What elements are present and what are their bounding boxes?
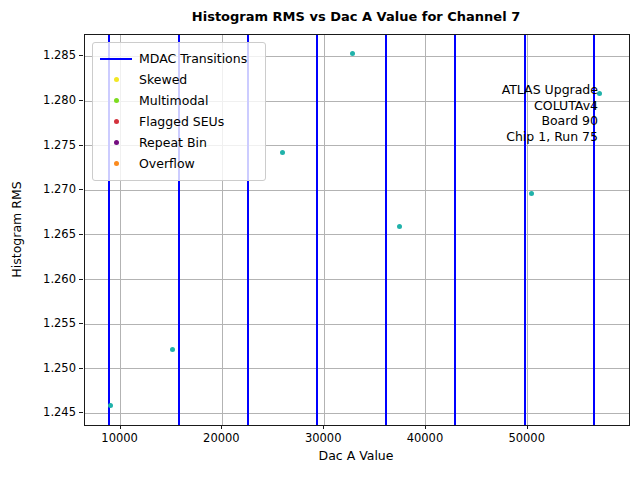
scatter-point — [350, 51, 355, 56]
legend-dot-marker-icon — [114, 98, 119, 103]
legend-marker-cell — [93, 77, 139, 82]
annotation-line-3: Board 90 — [502, 113, 598, 129]
y-tick-label: 1.255 — [36, 316, 76, 330]
mdac-transition-line — [385, 35, 387, 425]
y-tick-label: 1.265 — [36, 227, 76, 241]
y-tick-label: 1.285 — [36, 48, 76, 62]
mdac-transition-line — [316, 35, 318, 425]
scatter-point — [397, 224, 402, 229]
legend-item-label: Multimodal — [139, 93, 208, 108]
y-tick-label: 1.250 — [36, 361, 76, 375]
y-tick-label: 1.270 — [36, 182, 76, 196]
legend-dot-marker-icon — [114, 77, 119, 82]
y-tick-label: 1.260 — [36, 272, 76, 286]
y-tick-label: 1.280 — [36, 93, 76, 107]
scatter-point — [108, 403, 113, 408]
legend-item-repeat-bin: Repeat Bin — [93, 132, 265, 153]
x-tick-mark — [221, 425, 222, 429]
x-tick-label: 40000 — [407, 431, 444, 445]
legend-marker-cell — [93, 140, 139, 145]
x-gridline — [425, 35, 426, 425]
annotation-line-4: Chip 1, Run 75 — [502, 129, 598, 145]
y-tick-mark — [79, 55, 83, 56]
x-gridline — [324, 35, 325, 425]
legend-dot-marker-icon — [114, 140, 119, 145]
x-tick-mark — [120, 425, 121, 429]
annotation-line-2: COLUTAv4 — [502, 98, 598, 114]
figure: Histogram RMS vs Dac A Value for Channel… — [0, 0, 640, 480]
x-tick-mark — [425, 425, 426, 429]
x-tick-label: 50000 — [508, 431, 545, 445]
y-tick-mark — [79, 234, 83, 235]
y-tick-label: 1.245 — [36, 405, 76, 419]
y-tick-mark — [79, 189, 83, 190]
y-gridline — [85, 324, 629, 325]
legend-item-multimodal: Multimodal — [93, 90, 265, 111]
legend-item-mdac-transitions: MDAC Transitions — [93, 48, 265, 69]
scatter-point — [597, 91, 602, 96]
scatter-point — [170, 347, 175, 352]
legend-item-label: MDAC Transitions — [139, 51, 247, 66]
annotation-line-1: ATLAS Upgrade — [502, 82, 598, 98]
legend-item-label: Repeat Bin — [139, 135, 207, 150]
x-axis-label: Dac A Value — [84, 448, 628, 463]
y-tick-mark — [79, 145, 83, 146]
y-tick-mark — [79, 412, 83, 413]
y-gridline — [85, 413, 629, 414]
scatter-point — [529, 191, 534, 196]
legend-item-flagged-seus: Flagged SEUs — [93, 111, 265, 132]
y-tick-mark — [79, 100, 83, 101]
legend-dot-marker-icon — [114, 119, 119, 124]
y-gridline — [85, 190, 629, 191]
legend-line-marker-icon — [100, 58, 132, 60]
legend-item-overflow: Overflow — [93, 153, 265, 174]
plot-annotation: ATLAS Upgrade COLUTAv4 Board 90 Chip 1, … — [502, 82, 598, 144]
y-tick-label: 1.275 — [36, 138, 76, 152]
mdac-transition-line — [454, 35, 456, 425]
x-tick-label: 20000 — [203, 431, 240, 445]
x-tick-mark — [323, 425, 324, 429]
chart-title: Histogram RMS vs Dac A Value for Channel… — [84, 9, 628, 24]
y-tick-mark — [79, 323, 83, 324]
y-tick-mark — [79, 368, 83, 369]
y-gridline — [85, 279, 629, 280]
y-axis-label: Histogram RMS — [9, 170, 24, 290]
legend-item-label: Skewed — [139, 72, 187, 87]
legend-marker-cell — [93, 98, 139, 103]
legend-item-label: Overflow — [139, 156, 195, 171]
legend-item-label: Flagged SEUs — [139, 114, 224, 129]
y-tick-mark — [79, 279, 83, 280]
x-tick-label: 10000 — [101, 431, 138, 445]
y-gridline — [85, 368, 629, 369]
legend-marker-cell — [93, 119, 139, 124]
legend-marker-cell — [93, 58, 139, 60]
y-gridline — [85, 234, 629, 235]
x-tick-label: 30000 — [305, 431, 342, 445]
legend-item-skewed: Skewed — [93, 69, 265, 90]
scatter-point — [280, 150, 285, 155]
legend-dot-marker-icon — [114, 161, 119, 166]
legend-box: MDAC TransitionsSkewedMultimodalFlagged … — [92, 42, 266, 181]
x-tick-mark — [527, 425, 528, 429]
legend-marker-cell — [93, 161, 139, 166]
